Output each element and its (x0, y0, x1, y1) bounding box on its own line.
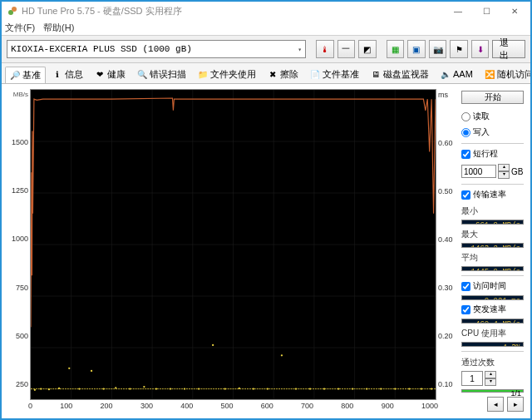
svg-point-26 (91, 370, 92, 372)
read-radio[interactable]: 读取 (461, 111, 524, 122)
svg-point-29 (129, 388, 131, 389)
tab-icon: ❤ (95, 69, 105, 79)
tab-icon: 🔎 (10, 70, 20, 80)
svg-point-24 (68, 368, 70, 369)
screenshot-button[interactable]: ▣ (407, 40, 426, 58)
svg-point-23 (58, 388, 60, 389)
svg-point-30 (143, 386, 145, 388)
window-title: HD Tune Pro 5.75 - 硬盘/SSD 实用程序 (22, 5, 444, 17)
tab-1[interactable]: ℹ信息 (47, 66, 88, 83)
next-pass-button[interactable]: ▸ (507, 397, 524, 412)
tab-icon: 🔍 (137, 69, 147, 79)
svg-point-35 (212, 344, 214, 346)
write-radio[interactable]: 写入 (461, 126, 524, 138)
svg-point-41 (295, 388, 297, 389)
svg-point-45 (352, 388, 353, 389)
svg-point-40 (281, 354, 283, 356)
temperature-readout: 一 (337, 40, 356, 58)
cpu-value: 4.3% (461, 342, 524, 347)
access-time-value: 0.021 ms (461, 295, 524, 300)
max-label: 最大 (461, 229, 524, 240)
svg-point-22 (48, 388, 50, 390)
svg-point-46 (366, 388, 367, 389)
svg-point-1 (12, 7, 17, 12)
y-axis-left: MB/s150012501000750500250 (7, 89, 30, 400)
short-stroke-check[interactable]: 短行程 (461, 148, 524, 160)
cpu-label: CPU 使用率 (461, 328, 524, 339)
titlebar: HD Tune Pro 5.75 - 硬盘/SSD 实用程序 — ☐ ✕ (2, 2, 530, 20)
short-stroke-spinner[interactable]: ▴▾ (498, 164, 510, 179)
avg-label: 平均 (461, 252, 524, 264)
passes-label: 通过次数 (461, 357, 524, 368)
menubar: 文件(F) 帮助(H) (2, 20, 530, 36)
y-axis-right: ms0.600.500.400.300.200.10 (436, 89, 456, 400)
svg-point-31 (155, 388, 157, 389)
max-value: 1463.2 MB/s (461, 243, 524, 248)
app-window: HD Tune Pro 5.75 - 硬盘/SSD 实用程序 — ☐ ✕ 文件(… (0, 0, 532, 420)
burst-rate-value: 460.4 MB/s (461, 319, 524, 324)
start-button[interactable]: 开始 (461, 91, 524, 104)
tab-5[interactable]: ✖擦除 (263, 66, 303, 83)
prev-pass-button[interactable]: ◂ (487, 397, 504, 412)
svg-point-48 (394, 388, 396, 389)
burst-rate-check[interactable]: 突发速率 (461, 304, 524, 315)
x-axis: 01002003004005006007008009001000 (28, 400, 438, 413)
svg-point-37 (239, 388, 240, 389)
tab-7[interactable]: 🖥磁盘监视器 (366, 66, 434, 83)
short-stroke-input[interactable] (461, 165, 496, 178)
svg-point-38 (253, 388, 254, 389)
tab-0[interactable]: 🔎基准 (5, 67, 46, 84)
tab-icon: 🔀 (485, 69, 495, 79)
transfer-rate-check[interactable]: 传输速率 (461, 189, 524, 200)
svg-point-47 (380, 388, 382, 389)
menu-file[interactable]: 文件(F) (5, 22, 35, 34)
progress-bar: 1/1 (461, 389, 524, 393)
svg-point-34 (198, 388, 200, 389)
copy-info-button[interactable]: ▦ (387, 40, 405, 58)
benchmark-plot (30, 89, 436, 400)
chart-panel: MB/s150012501000750500250 ms0.600.500.40… (7, 89, 456, 413)
tab-icon: 📄 (310, 69, 320, 79)
tab-4[interactable]: 📁文件夹使用 (193, 66, 261, 83)
tab-2[interactable]: ❤健康 (90, 66, 131, 83)
svg-point-27 (102, 388, 104, 389)
avg-value: 1445.9 MB/s (461, 266, 524, 271)
passes-spinner[interactable]: ▴▾ (485, 371, 496, 386)
maximize-button[interactable]: ☐ (472, 2, 500, 19)
svg-point-39 (267, 388, 268, 389)
svg-point-28 (115, 387, 116, 388)
options-button[interactable]: ⚑ (450, 40, 468, 58)
minimize-button[interactable]: — (444, 2, 472, 19)
tab-icon: 🖥 (371, 69, 381, 79)
tab-strip: 🔎基准ℹ信息❤健康🔍错误扫描📁文件夹使用✖擦除📄文件基准🖥磁盘监视器🔈AAM🔀随… (2, 63, 530, 84)
close-button[interactable]: ✕ (500, 2, 529, 19)
tab-icon: ✖ (268, 69, 278, 79)
passes-input[interactable] (461, 371, 483, 386)
save-button[interactable]: ⬇ (471, 40, 490, 58)
svg-point-25 (78, 388, 80, 389)
svg-point-49 (408, 388, 410, 389)
exit-button[interactable]: 退出 (492, 40, 525, 58)
side-panel: 开始 读取 写入 短行程 ▴▾ GB 传输速率 最小 661.9 MB/s 最大… (460, 89, 525, 413)
svg-point-20 (34, 389, 36, 391)
short-stroke-unit: GB (511, 167, 523, 176)
tab-6[interactable]: 📄文件基准 (305, 66, 364, 83)
toolbar: KIOXIA-EXCERIA PLUS SSD (1000 gB) ▾ 🌡 一 … (2, 36, 530, 63)
svg-point-51 (431, 388, 432, 389)
tab-icon: ℹ (52, 69, 62, 79)
tab-9[interactable]: 🔀随机访问 (480, 66, 530, 83)
svg-point-50 (421, 388, 422, 389)
device-select[interactable]: KIOXIA-EXCERIA PLUS SSD (1000 gB) ▾ (7, 40, 306, 58)
content-area: MB/s150012501000750500250 ms0.600.500.40… (2, 84, 530, 418)
app-icon (7, 5, 18, 17)
min-value: 661.9 MB/s (461, 220, 524, 225)
svg-point-43 (323, 388, 325, 389)
access-time-check[interactable]: 访问时间 (461, 280, 524, 292)
tab-3[interactable]: 🔍错误扫描 (132, 66, 191, 83)
temperature-icon[interactable]: 🌡 (316, 40, 334, 58)
camera-button[interactable]: 📷 (429, 40, 447, 58)
combined-mode-icon[interactable]: ◩ (358, 40, 377, 58)
tab-8[interactable]: 🔈AAM (436, 67, 478, 82)
menu-help[interactable]: 帮助(H) (43, 22, 74, 34)
progress-text: 1/1 (510, 389, 521, 398)
